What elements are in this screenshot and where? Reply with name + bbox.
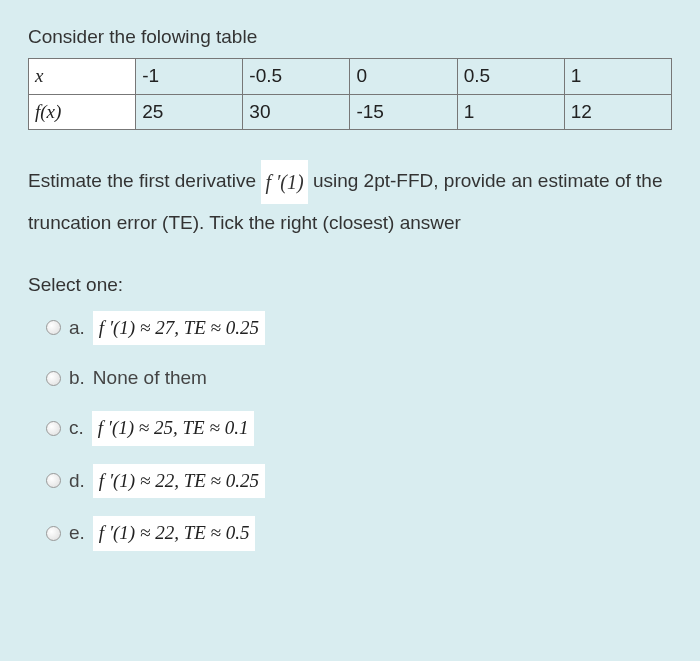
option-e[interactable]: e. f ′(1) ≈ 22, TE ≈ 0.5 <box>46 516 672 550</box>
data-table: x -1 -0.5 0 0.5 1 f(x) 25 30 -15 1 12 <box>28 58 672 130</box>
table-cell: 30 <box>243 94 350 129</box>
option-a[interactable]: a. f ′(1) ≈ 27, TE ≈ 0.25 <box>46 311 672 345</box>
table-cell: 1 <box>564 59 671 94</box>
radio-icon[interactable] <box>46 320 61 335</box>
option-math: f ′(1) ≈ 22, TE ≈ 0.5 <box>93 516 256 550</box>
question-part1: Estimate the first derivative <box>28 170 261 191</box>
math-fprime-1: f ′(1) <box>261 160 307 204</box>
option-math: f ′(1) ≈ 25, TE ≈ 0.1 <box>92 411 255 445</box>
question-container: Consider the folowing table x -1 -0.5 0 … <box>0 0 700 591</box>
option-c[interactable]: c. f ′(1) ≈ 25, TE ≈ 0.1 <box>46 411 672 445</box>
row-header-fx: f(x) <box>29 94 136 129</box>
option-letter: d. <box>69 466 85 496</box>
option-letter: c. <box>69 413 84 443</box>
table-cell: -15 <box>350 94 457 129</box>
table-cell: -0.5 <box>243 59 350 94</box>
option-d[interactable]: d. f ′(1) ≈ 22, TE ≈ 0.25 <box>46 464 672 498</box>
table-row: x -1 -0.5 0 0.5 1 <box>29 59 672 94</box>
table-cell: 12 <box>564 94 671 129</box>
option-math: f ′(1) ≈ 27, TE ≈ 0.25 <box>93 311 265 345</box>
table-row: f(x) 25 30 -15 1 12 <box>29 94 672 129</box>
option-text: None of them <box>93 363 207 393</box>
row-header-x: x <box>29 59 136 94</box>
table-cell: 25 <box>136 94 243 129</box>
option-letter: e. <box>69 518 85 548</box>
option-letter: b. <box>69 363 85 393</box>
radio-icon[interactable] <box>46 473 61 488</box>
radio-icon[interactable] <box>46 421 61 436</box>
table-cell: 0 <box>350 59 457 94</box>
options-list: a. f ′(1) ≈ 27, TE ≈ 0.25 b. None of the… <box>28 311 672 551</box>
table-cell: -1 <box>136 59 243 94</box>
prompt-text: Consider the folowing table <box>28 22 672 52</box>
table-cell: 0.5 <box>457 59 564 94</box>
option-b[interactable]: b. None of them <box>46 363 672 393</box>
question-text: Estimate the first derivative f ′(1) usi… <box>28 160 672 242</box>
table-cell: 1 <box>457 94 564 129</box>
select-one-label: Select one: <box>28 270 672 300</box>
radio-icon[interactable] <box>46 371 61 386</box>
radio-icon[interactable] <box>46 526 61 541</box>
option-math: f ′(1) ≈ 22, TE ≈ 0.25 <box>93 464 265 498</box>
option-letter: a. <box>69 313 85 343</box>
